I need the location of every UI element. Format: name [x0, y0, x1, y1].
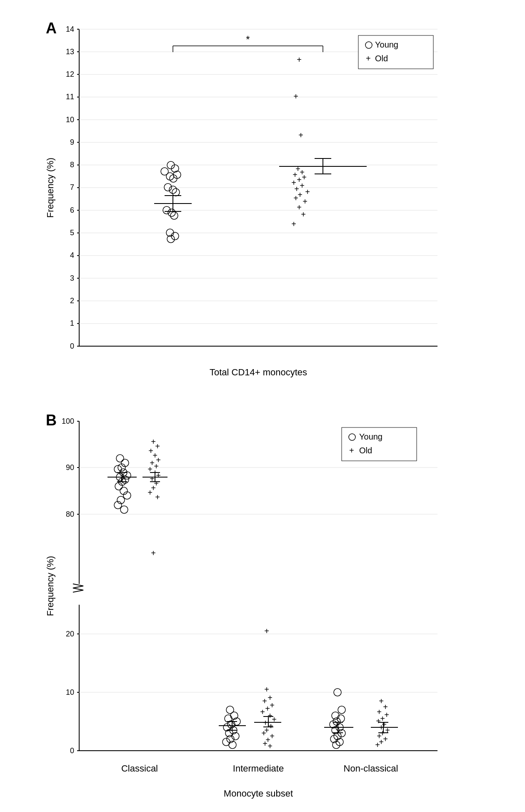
- classical-old-15: +: [155, 493, 160, 502]
- young-point-14: [171, 232, 179, 240]
- ytick-label-4: 4: [70, 251, 74, 259]
- int-old-outlier1: +: [264, 685, 269, 694]
- old-point-14: +: [301, 210, 306, 219]
- classical-young-15: [120, 506, 128, 513]
- ytick-label-b-0: 0: [70, 747, 74, 755]
- old-point-11: +: [293, 194, 298, 203]
- ytick-label-9: 9: [70, 138, 74, 146]
- x-label-classical: Classical: [121, 763, 158, 774]
- legend-young-label-b: Young: [359, 432, 382, 441]
- ytick-label-0: 0: [70, 342, 74, 350]
- int-old-15: +: [268, 742, 272, 751]
- classical-old-2: +: [155, 442, 160, 451]
- x-axis-label-b: Monocyte subset: [224, 788, 293, 799]
- classical-young-1: [116, 455, 124, 462]
- int-old-5: +: [260, 707, 265, 716]
- ytick-label-3: 3: [70, 274, 74, 282]
- x-label-nonclassical: Non-classical: [344, 763, 398, 774]
- old-point-4: +: [302, 173, 307, 182]
- chart-a-svg: A 0 1 2 3 4 5 6 7: [42, 13, 483, 388]
- nc-old-4: +: [384, 710, 389, 719]
- ytick-label-11: 11: [66, 93, 74, 101]
- ytick-label-b-10: 10: [66, 688, 74, 696]
- nc-old-12: +: [383, 734, 388, 744]
- old-point-outlier1: +: [297, 55, 302, 64]
- classical-old-outlier: +: [151, 548, 156, 558]
- ytick-label-7: 7: [70, 183, 74, 191]
- int-old-3: +: [270, 701, 275, 710]
- chart-b-svg: B 100 90 80: [42, 405, 483, 812]
- old-point-outlier3: +: [298, 131, 303, 140]
- ytick-label-1: 1: [70, 319, 74, 327]
- ytick-label-2: 2: [70, 297, 74, 305]
- ytick-label-b-100: 100: [62, 417, 74, 425]
- int-old-14: +: [262, 739, 268, 748]
- nc-old-14: +: [375, 740, 380, 749]
- panel-a: A 0 1 2 3 4 5 6 7: [42, 13, 483, 388]
- old-point-15: +: [291, 219, 296, 229]
- nc-young-2: [338, 706, 345, 714]
- ytick-label-b-90: 90: [66, 463, 74, 472]
- ytick-label-10: 10: [66, 116, 74, 124]
- y-axis-label-b: Frequency (%): [45, 556, 55, 616]
- figure-container: A 0 1 2 3 4 5 6 7: [33, 0, 492, 812]
- legend-old-label-a: Old: [375, 54, 388, 63]
- old-point-9: +: [305, 187, 310, 196]
- legend-old-symbol-a: +: [366, 54, 371, 63]
- int-young-2: [230, 712, 238, 719]
- panel-a-label: A: [46, 20, 57, 37]
- axis-break-mark: [73, 584, 83, 592]
- y-axis-label-a: Frequency (%): [45, 158, 55, 218]
- panel-b: B 100 90 80: [42, 405, 483, 812]
- ytick-label-13: 13: [66, 48, 74, 56]
- x-axis-label-a: Total CD14+ monocytes: [210, 367, 307, 377]
- legend-old-symbol-b: +: [349, 446, 354, 455]
- old-point-7: +: [300, 181, 305, 190]
- legend-young-label-a: Young: [375, 40, 398, 49]
- old-point-outlier2: +: [293, 92, 298, 101]
- legend-old-label-b: Old: [359, 446, 372, 455]
- old-point-12: +: [302, 197, 308, 206]
- classical-old-14: +: [148, 488, 152, 497]
- significance-star: *: [246, 34, 250, 45]
- int-old-outlier2: +: [264, 626, 269, 636]
- old-point-10: +: [298, 190, 302, 199]
- panel-b-label: B: [46, 412, 57, 429]
- int-old-9: +: [268, 721, 273, 731]
- ytick-label-14: 14: [66, 25, 74, 33]
- ytick-label-5: 5: [70, 229, 74, 237]
- ytick-label-b-80: 80: [66, 510, 74, 518]
- x-label-intermediate: Intermediate: [233, 763, 284, 774]
- ytick-label-b-20: 20: [66, 630, 74, 638]
- ytick-label-12: 12: [66, 70, 74, 78]
- ytick-label-6: 6: [70, 206, 74, 214]
- int-old-12: +: [270, 732, 275, 741]
- ytick-label-8: 8: [70, 161, 74, 169]
